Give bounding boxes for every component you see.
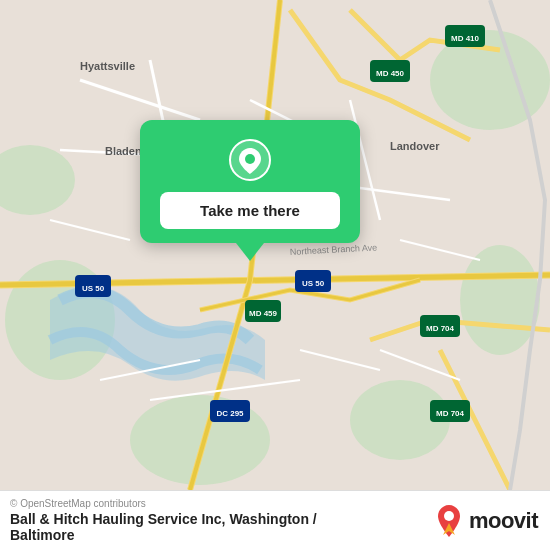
svg-text:Hyattsville: Hyattsville — [80, 60, 135, 72]
copyright-text: © OpenStreetMap contributors — [10, 498, 317, 509]
footer-left: © OpenStreetMap contributors Ball & Hitc… — [10, 498, 317, 543]
svg-text:Landover: Landover — [390, 140, 440, 152]
svg-text:MD 704: MD 704 — [436, 409, 465, 418]
popup-card: Take me there — [140, 120, 360, 243]
business-name-line1: Ball & Hitch Hauling Service Inc, Washin… — [10, 511, 317, 527]
svg-text:DC 295: DC 295 — [216, 409, 244, 418]
svg-text:US 50: US 50 — [302, 279, 325, 288]
take-me-there-button[interactable]: Take me there — [160, 192, 340, 229]
business-name: Ball & Hitch Hauling Service Inc, Washin… — [10, 511, 317, 543]
map-background: US 50 US 50 MD 459 MD 704 MD 704 DC 295 … — [0, 0, 550, 490]
svg-text:MD 459: MD 459 — [249, 309, 278, 318]
moovit-pin-icon — [435, 503, 463, 539]
location-pin-icon — [228, 138, 272, 182]
moovit-logo: moovit — [435, 503, 538, 539]
svg-text:MD 704: MD 704 — [426, 324, 455, 333]
footer-bar: © OpenStreetMap contributors Ball & Hitc… — [0, 490, 550, 550]
svg-text:MD 450: MD 450 — [376, 69, 405, 78]
moovit-text: moovit — [469, 508, 538, 534]
map-container: US 50 US 50 MD 459 MD 704 MD 704 DC 295 … — [0, 0, 550, 490]
svg-text:MD 410: MD 410 — [451, 34, 480, 43]
svg-point-40 — [245, 154, 255, 164]
business-name-line2: Baltimore — [10, 527, 75, 543]
svg-text:US 50: US 50 — [82, 284, 105, 293]
svg-point-41 — [444, 511, 454, 521]
svg-point-3 — [460, 245, 540, 355]
